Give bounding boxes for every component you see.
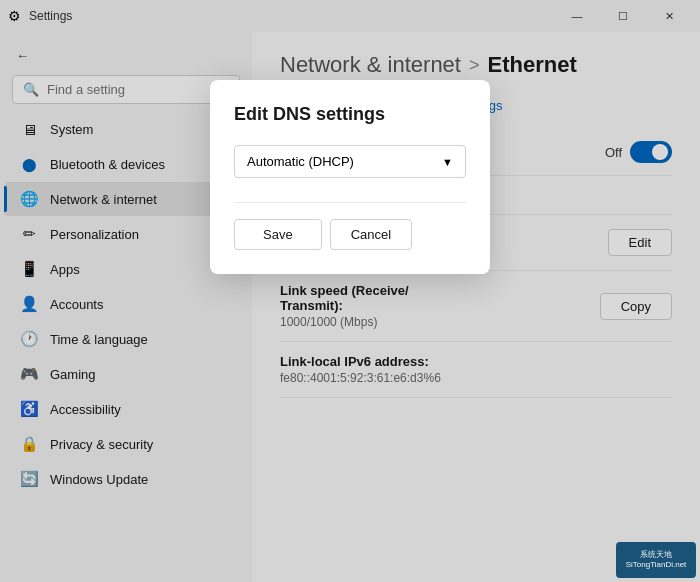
chevron-down-icon: ▼ (442, 156, 453, 168)
dialog-actions: Save Cancel (234, 219, 466, 250)
dialog-overlay: Edit DNS settings Automatic (DHCP) ▼ Sav… (0, 0, 700, 582)
dropdown-value: Automatic (DHCP) (247, 154, 354, 169)
cancel-button[interactable]: Cancel (330, 219, 412, 250)
dns-dropdown[interactable]: Automatic (DHCP) ▼ (234, 145, 466, 178)
watermark-text: 系统天地 SiTongTianDi.net (626, 550, 687, 571)
dialog-title: Edit DNS settings (234, 104, 466, 125)
save-button[interactable]: Save (234, 219, 322, 250)
edit-dns-dialog: Edit DNS settings Automatic (DHCP) ▼ Sav… (210, 80, 490, 274)
watermark: 系统天地 SiTongTianDi.net (616, 542, 696, 578)
dialog-divider (234, 202, 466, 203)
